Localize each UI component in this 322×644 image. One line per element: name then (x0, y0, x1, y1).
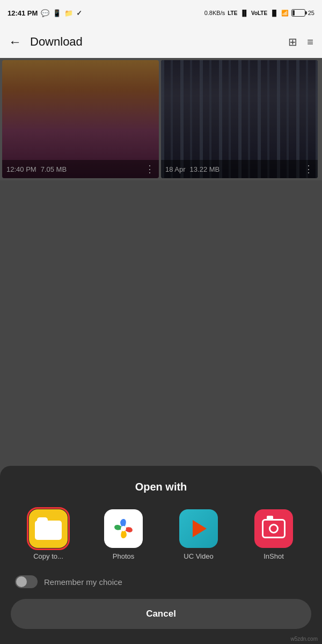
svg-point-0 (121, 526, 126, 531)
app-label-copy-to: Copy to... (33, 552, 63, 560)
battery-fill (292, 10, 295, 16)
check-icon: ✓ (76, 9, 82, 17)
app-icon-copy-to (29, 509, 68, 548)
signal2-icon: ▐▌ (270, 10, 279, 16)
app-item-inshot[interactable]: InShot (247, 509, 301, 560)
cancel-button[interactable]: Cancel (11, 599, 311, 629)
inshot-lens-shape (269, 524, 279, 533)
whatsapp-icon: 📱 (53, 9, 61, 17)
inshot-camera-shape (262, 519, 286, 538)
lte-icon: LTE (228, 10, 237, 16)
app-bar-actions: ⊞ ≡ (288, 35, 313, 48)
bottom-sheet: Open with Copy to... (0, 466, 322, 644)
battery-indicator (291, 9, 305, 17)
back-button[interactable]: ← (9, 34, 21, 49)
message-icon: 💬 (41, 9, 49, 17)
apps-row: Copy to... Photos (11, 509, 311, 560)
app-icon-photos (104, 509, 143, 548)
app-item-copy-to[interactable]: Copy to... (21, 509, 75, 560)
toggle-knob (16, 576, 27, 587)
remember-row: Remember my choice (11, 575, 311, 588)
app-bar: ← Download ⊞ ≡ (0, 26, 322, 58)
app-label-inshot: InShot (264, 552, 284, 560)
uc-video-icon (179, 509, 218, 548)
page-title: Download (30, 35, 280, 49)
inshot-flash-shape (267, 516, 273, 520)
grid-view-icon[interactable]: ⊞ (288, 35, 297, 48)
status-time: 12:41 PM (8, 9, 38, 17)
app-icon-inshot (254, 509, 293, 548)
filter-icon[interactable]: ≡ (307, 36, 313, 48)
cancel-label: Cancel (146, 609, 176, 619)
remember-toggle[interactable] (15, 575, 38, 588)
network-speed: 0.8KB/s (204, 10, 225, 16)
folder-icon: 📁 (64, 9, 73, 17)
wifi-icon: 📶 (281, 10, 289, 17)
app-label-photos: Photos (113, 552, 134, 560)
battery-level: 25 (308, 10, 314, 16)
inshot-icon (254, 509, 293, 548)
play-triangle (193, 520, 207, 537)
watermark: w5zdn.com (290, 636, 318, 642)
app-item-uc-video[interactable]: UC Video (172, 509, 225, 560)
pinwheel-svg (112, 517, 135, 540)
signal-icon: ▐▌ (240, 10, 248, 16)
remember-label: Remember my choice (44, 577, 122, 587)
photos-icon (104, 509, 143, 548)
copy-to-icon (29, 509, 68, 548)
lte2-icon: VoLTE (251, 10, 267, 16)
battery-tip (305, 11, 307, 14)
app-label-uc-video: UC Video (184, 552, 213, 560)
bottom-sheet-title: Open with (11, 481, 311, 493)
app-item-photos[interactable]: Photos (97, 509, 150, 560)
app-icon-uc-video (179, 509, 218, 548)
status-bar: 12:41 PM 💬 📱 📁 ✓ 0.8KB/s LTE ▐▌ VoLTE ▐▌… (0, 0, 322, 26)
